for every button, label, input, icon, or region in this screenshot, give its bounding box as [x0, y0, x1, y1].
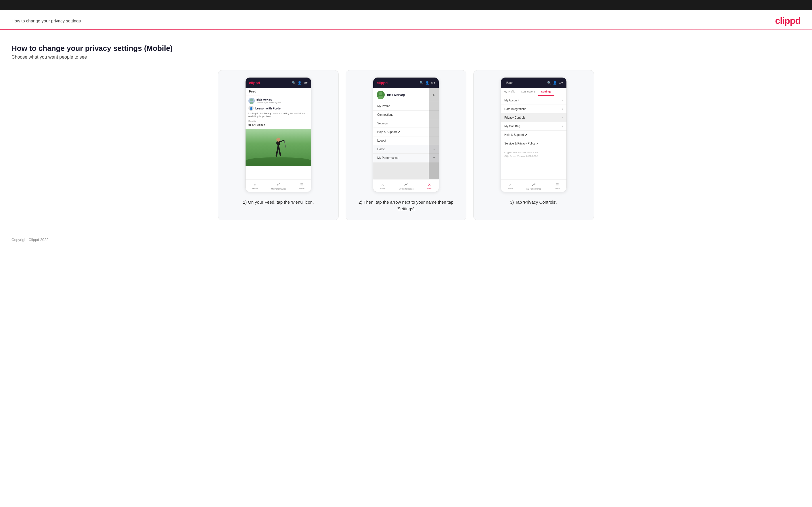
settings-help-support: Help & Support ↗ [501, 131, 566, 139]
search-icon: 🔍 [547, 81, 551, 85]
tab-settings: Settings [538, 88, 554, 96]
phone1-header: clippd 🔍 👤 ⊕▾ [246, 77, 311, 88]
home-icon: ⌂ [382, 183, 384, 187]
main-content: How to change your privacy settings (Mob… [0, 38, 812, 232]
settings-list: My Account › Data Integrations › Privacy… [501, 96, 566, 161]
home-icon: ⌂ [509, 183, 511, 187]
version-line1: Clippd Client Version: 2022.8.3-3 [504, 151, 563, 155]
performance-icon [276, 182, 281, 187]
svg-point-11 [378, 96, 384, 99]
phone2-icons: 🔍 👤 ⊕▾ [419, 81, 435, 85]
svg-point-0 [250, 99, 253, 101]
settings-privacy-controls[interactable]: Privacy Controls › [501, 113, 566, 122]
nav-home-label: Home [252, 187, 258, 189]
location: Yesterday · Sunningdale [256, 101, 281, 104]
back-button: ‹ Back [504, 81, 513, 84]
step-3-caption: 3) Tap 'Privacy Controls'. [510, 199, 558, 206]
my-golf-bag-label: My Golf Bag [504, 125, 520, 128]
nav-home-label: Home [507, 187, 513, 189]
menu-icon: ☰ [300, 183, 304, 187]
performance-icon [532, 182, 536, 187]
nav-menu-label: Menu [299, 187, 305, 189]
phone-2: clippd 🔍 👤 ⊕▾ [373, 77, 439, 192]
search-icon: 🔍 [419, 81, 423, 85]
nav-menu: ☰ Menu [555, 183, 560, 189]
back-arrow-icon: ‹ [504, 81, 506, 84]
nav-performance: My Performance [526, 182, 541, 190]
menu-nav-performance-label: My Performance [377, 156, 398, 159]
lesson-row: 👤 Lesson with Fordy [248, 106, 308, 111]
menu-username: Blair McHarg [387, 93, 405, 97]
performance-icon [404, 182, 408, 187]
profile-icon: 👤 [298, 81, 302, 85]
nav-home: ⌂ Home [252, 183, 258, 189]
phone1-icons: 🔍 👤 ⊕▾ [292, 81, 308, 85]
settings-icon: ⊕▾ [559, 81, 563, 85]
step-1-card: clippd 🔍 👤 ⊕▾ Feed [218, 70, 339, 220]
username: Blair McHarg [256, 98, 281, 101]
feed-tab: Feed [246, 88, 260, 95]
privacy-controls-label: Privacy Controls [504, 116, 525, 119]
golf-image [246, 129, 311, 166]
menu-avatar [377, 91, 385, 99]
copyright: Copyright Clippd 2022 [11, 237, 49, 242]
footer: Copyright Clippd 2022 [0, 232, 812, 247]
breadcrumb: How to change your privacy settings [11, 18, 81, 23]
nav-performance: My Performance [399, 182, 413, 190]
chevron-right-icon: › [562, 99, 563, 102]
step-3-card: ‹ Back 🔍 👤 ⊕▾ My Profile Connections Set… [473, 70, 594, 220]
nav-menu-label: Menu [427, 187, 432, 189]
service-privacy-label: Service & Privacy Policy ↗ [504, 142, 539, 145]
data-integrations-label: Data Integrations [504, 107, 526, 111]
phone1-bottom-nav: ⌂ Home My Performance ☰ Menu [246, 179, 311, 192]
lesson-title: Lesson with Fordy [255, 107, 281, 110]
logo: clippd [775, 15, 801, 26]
svg-point-1 [249, 102, 254, 104]
step-2-card: clippd 🔍 👤 ⊕▾ [346, 70, 466, 220]
header-divider [0, 29, 812, 30]
chevron-right-icon-2: › [562, 107, 563, 111]
profile-icon: 👤 [553, 81, 557, 85]
phone1-post: Blair McHarg Yesterday · Sunningdale 👤 [246, 95, 311, 129]
nav-home: ⌂ Home [507, 183, 513, 189]
phone-1: clippd 🔍 👤 ⊕▾ Feed [245, 77, 311, 192]
home-icon: ⌂ [254, 183, 256, 187]
back-label: Back [506, 81, 513, 84]
svg-line-7 [278, 146, 281, 155]
profile-icon: 👤 [425, 81, 429, 85]
svg-point-5 [276, 137, 281, 142]
settings-icon: ⊕▾ [303, 81, 308, 85]
my-account-label: My Account [504, 99, 519, 102]
avatar [248, 98, 255, 104]
svg-text:👤: 👤 [250, 107, 253, 110]
page-subtitle: Choose what you want people to see [11, 55, 801, 60]
step-1-caption: 1) On your Feed, tap the 'Menu' icon. [243, 199, 314, 206]
duration-value: 01 hr : 30 min [248, 123, 308, 126]
step-2-caption: 2) Then, tap the arrow next to your name… [352, 199, 460, 212]
help-support-label: Help & Support ↗ [504, 133, 527, 136]
phone2-bottom-nav: ⌂ Home My Performance ✕ Menu [373, 179, 439, 192]
nav-performance-label: My Performance [399, 188, 413, 190]
settings-version: Clippd Client Version: 2022.8.3-3 GQL Se… [501, 148, 566, 161]
nav-menu-close: ✕ Menu [427, 183, 432, 189]
menu-nav-home-label: Home [377, 148, 385, 151]
settings-icon: ⊕▾ [431, 81, 435, 85]
phone1-content: Feed Blair McHarg [246, 88, 311, 189]
overlay [429, 88, 439, 179]
chevron-right-icon-4: › [562, 125, 563, 128]
menu-user-left: Blair McHarg [377, 91, 405, 99]
nav-menu-label: Menu [555, 187, 560, 189]
phone3-bottom-nav: ⌂ Home My Performance ☰ Menu [501, 179, 566, 192]
tab-myprofile: My Profile [501, 88, 518, 96]
settings-my-golf-bag: My Golf Bag › [501, 122, 566, 131]
svg-point-10 [379, 92, 383, 95]
top-bar [0, 0, 812, 10]
nav-performance-label: My Performance [271, 188, 286, 190]
lesson-desc: Looking to feel like my hands are exitin… [248, 112, 308, 118]
phone-3: ‹ Back 🔍 👤 ⊕▾ My Profile Connections Set… [501, 77, 567, 192]
settings-tabs: My Profile Connections Settings [501, 88, 566, 96]
nav-home: ⌂ Home [380, 183, 385, 189]
version-line2: GQL Server Version: 2022.7.30-1 [504, 155, 563, 158]
steps-container: clippd 🔍 👤 ⊕▾ Feed [11, 70, 801, 220]
phone2-logo: clippd [377, 81, 388, 85]
